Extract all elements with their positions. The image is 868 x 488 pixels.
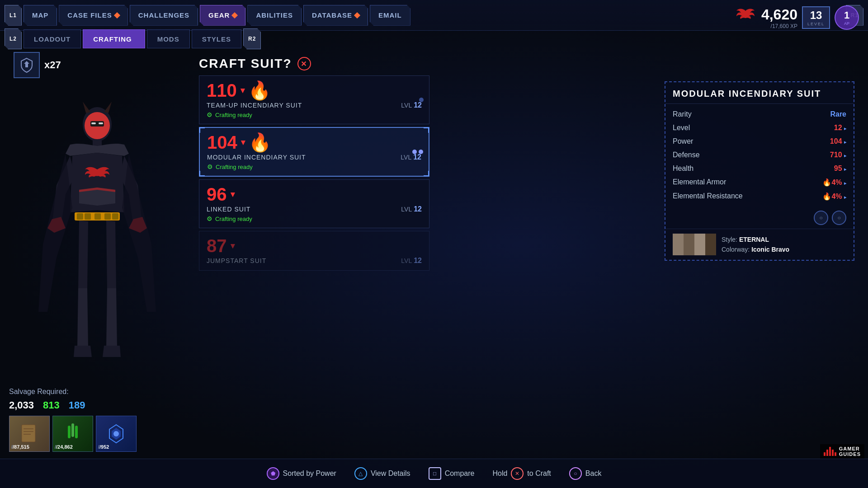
craft-title: CRAFT SUIT? ✕ (199, 56, 429, 71)
database-nav-btn[interactable]: DATABASE (303, 5, 368, 26)
style-row: Style: ETERNAL Colorway: Iconic Bravo (665, 229, 854, 260)
crafting-sub-btn[interactable]: CRAFTING (83, 29, 145, 48)
detail-panel: MODULAR INCENDIARY SUIT Rarity Rare Leve… (665, 81, 854, 261)
hud-view-details: △ View Details (354, 467, 410, 480)
svg-rect-13 (112, 213, 118, 220)
sorted-by-power-btn[interactable]: ⬟ (267, 467, 279, 480)
suit-name-0: TEAM-UP INCENDIARY SUIT (207, 102, 302, 109)
svg-rect-5 (91, 122, 96, 124)
gear-nav-btn[interactable]: GEAR (200, 5, 245, 26)
defense-arrow-icon: ▸ (844, 153, 846, 158)
shield-icon (19, 57, 34, 73)
suit-name-1: MODULAR INCENDIARY SUIT (207, 154, 306, 161)
suit-item-1[interactable]: 104 ▾ 🔥 MODULAR INCENDIARY SUIT LVL 12 ⚙… (199, 127, 429, 177)
watermark-logo (824, 447, 836, 456)
rarity-value: Rare (830, 110, 846, 118)
wbar-1 (824, 452, 826, 456)
suit-power-0: 110 ▾ 🔥 (207, 81, 422, 99)
mods-sub-btn[interactable]: MODS (147, 29, 190, 48)
dot (419, 98, 424, 102)
ap-label: AP (844, 21, 849, 26)
hud-sorted-by-power: ⬟ Sorted by Power (267, 467, 336, 480)
svg-rect-10 (85, 213, 91, 220)
health-value: 95 ▸ (834, 164, 846, 173)
power-arrow-down-icon: ▾ (241, 86, 245, 94)
l2-button[interactable]: L2 (5, 28, 22, 49)
wbar-3 (829, 447, 831, 456)
level-value: 12 ▸ (834, 124, 846, 132)
stat-elemental-resistance: Elemental Resistance 🔥4% ▸ (665, 189, 854, 203)
watermark: GAMERGUIDES (820, 444, 864, 459)
salvage-required-section: Salvage Required: 2,033 813 189 //87,515 (9, 388, 176, 452)
power-arrow-down-icon-3: ▾ (231, 242, 235, 250)
map-nav-btn[interactable]: MAP (24, 5, 57, 26)
stat-elemental-armor: Elemental Armor 🔥4% ▸ (665, 175, 854, 189)
case-files-nav-btn[interactable]: CASE FILES (59, 5, 127, 26)
hud-compare: □ Compare (429, 467, 475, 480)
svg-marker-1 (83, 102, 90, 113)
salvage-amount-0: 2,033 (9, 399, 34, 411)
suit-item-2[interactable]: 96 ▾ LINKED SUIT LVL 12 ⚙ Crafting ready (199, 179, 429, 228)
bottom-hud: ⬟ Sorted by Power △ View Details □ Compa… (0, 459, 868, 488)
svg-rect-18 (71, 423, 74, 437)
batman-logo (734, 7, 757, 28)
resource-amount-1: //24,862 (55, 444, 73, 450)
gear-icon-1: ⚙ (207, 163, 213, 170)
defense-value: 710 ▸ (830, 151, 846, 159)
corner-bl (199, 171, 205, 176)
suit-power-2: 96 ▾ (207, 185, 422, 203)
email-nav-btn[interactable]: EMAIL (370, 5, 410, 26)
detail-icon-btn-2[interactable]: ○ (832, 211, 846, 225)
svg-rect-9 (77, 213, 83, 220)
gear-diamond-icon (231, 12, 238, 18)
salvage-amount-1: 813 (43, 399, 60, 411)
challenges-nav-btn[interactable]: CHALLENGES (130, 5, 198, 26)
svg-rect-12 (104, 213, 111, 220)
svg-marker-2 (104, 102, 112, 113)
suit-lvl-0: LVL 12 (401, 101, 422, 109)
hold-to-craft-btn[interactable]: ✕ (511, 467, 524, 480)
abilities-nav-btn[interactable]: ABILITIES (247, 5, 302, 26)
resource-green: //24,862 (52, 416, 93, 452)
power-arrow-down-icon-2: ▾ (231, 190, 235, 198)
corner-tr (424, 127, 429, 133)
wbar-4 (832, 450, 834, 456)
styles-sub-btn[interactable]: STYLES (192, 29, 241, 48)
suit-lvl-1: LVL 12 (401, 153, 421, 161)
loadout-sub-btn[interactable]: LOADOUT (24, 29, 81, 48)
dot-filled (412, 150, 417, 154)
suit-name-2: LINKED SUIT (207, 206, 250, 213)
close-button[interactable]: ✕ (297, 57, 311, 70)
salvage-amounts: 2,033 813 189 (9, 399, 176, 411)
detail-stats: Rarity Rare Level 12 ▸ Power 104 ▸ Defen… (665, 104, 854, 207)
salvage-resources: //87,515 //24,862 (9, 416, 176, 452)
salvage-amount-2: 189 (69, 399, 85, 411)
view-details-btn[interactable]: △ (354, 467, 367, 480)
compare-btn[interactable]: □ (429, 467, 441, 480)
resource-paper: //87,515 (9, 416, 50, 452)
gear-icon-2: ⚙ (207, 215, 212, 222)
corner-br (424, 171, 429, 176)
batman-character (20, 86, 174, 393)
suit-item-0[interactable]: 110 ▾ 🔥 TEAM-UP INCENDIARY SUIT LVL 12 ⚙… (199, 75, 429, 124)
salvage-count: x27 (44, 59, 61, 71)
swatch-3 (705, 234, 716, 255)
hud-back: ○ Back (569, 467, 602, 480)
top-right-hud: 4,620 /17,600 XP 13 LEVEL 1 AP (734, 5, 859, 30)
suit-item-3[interactable]: 87 ▾ JUMPSTART SUIT LVL 12 (199, 231, 429, 271)
back-btn[interactable]: ○ (569, 467, 582, 480)
stat-power: Power 104 ▸ (665, 135, 854, 148)
svg-rect-7 (93, 139, 102, 146)
l1-button[interactable]: L1 (5, 5, 22, 26)
svg-rect-19 (68, 426, 71, 438)
crafting-ready-2: ⚙ Crafting ready (207, 215, 422, 222)
stat-rarity: Rarity Rare (665, 108, 854, 121)
suit-list: 110 ▾ 🔥 TEAM-UP INCENDIARY SUIT LVL 12 ⚙… (199, 75, 429, 271)
hud-hold-to-craft: Hold ✕ to Craft (492, 467, 551, 480)
suit-lvl-3: LVL 12 (401, 257, 422, 265)
elemental-armor-arrow-icon: ▸ (844, 181, 846, 186)
level-label: LEVEL (807, 22, 825, 26)
detail-icon-btn-1[interactable]: ○ (814, 211, 828, 225)
r2-button[interactable]: R2 (243, 28, 261, 49)
stat-health: Health 95 ▸ (665, 162, 854, 175)
